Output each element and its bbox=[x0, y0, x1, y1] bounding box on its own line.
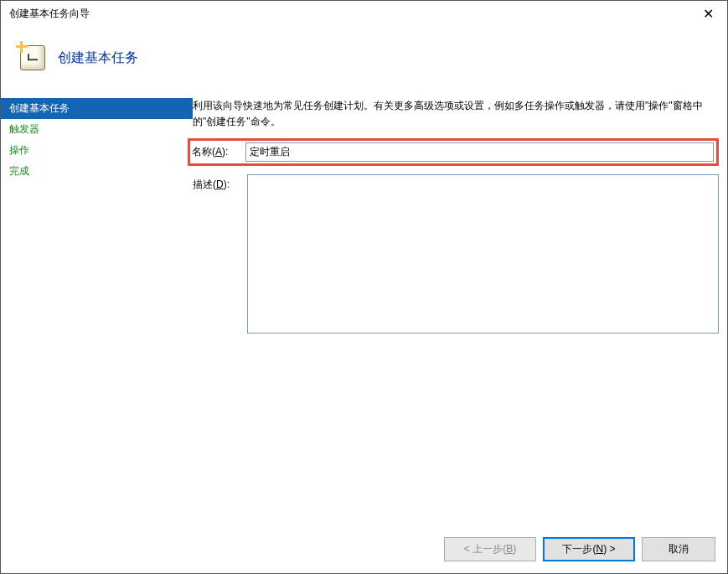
wizard-content: 创建基本任务 触发器 操作 完成 利用该向导快速地为常见任务创建计划。有关更多高… bbox=[1, 98, 727, 316]
wizard-header: 创建基本任务 bbox=[1, 26, 727, 98]
sidebar-item-trigger[interactable]: 触发器 bbox=[1, 119, 193, 140]
name-row: 名称(A): bbox=[188, 138, 719, 166]
description-row: 描述(D): bbox=[193, 174, 719, 334]
wizard-footer: < 上一步(B) 下一步(N) > 取消 bbox=[444, 537, 715, 561]
wizard-title: 创建基本任务 bbox=[58, 49, 138, 67]
description-label: 描述(D): bbox=[193, 174, 247, 192]
close-button[interactable]: ✕ bbox=[689, 1, 727, 26]
cancel-button[interactable]: 取消 bbox=[642, 537, 715, 561]
task-wizard-icon bbox=[18, 43, 48, 73]
name-input[interactable] bbox=[245, 142, 714, 162]
wizard-main: 利用该向导快速地为常见任务创建计划。有关更多高级选项或设置，例如多任务操作或触发… bbox=[193, 98, 727, 316]
name-label: 名称(A): bbox=[190, 145, 245, 159]
window-title: 创建基本任务向导 bbox=[8, 7, 90, 21]
back-button: < 上一步(B) bbox=[444, 537, 536, 561]
intro-text: 利用该向导快速地为常见任务创建计划。有关更多高级选项或设置，例如多任务操作或触发… bbox=[193, 98, 719, 130]
wizard-window: 创建基本任务向导 ✕ 创建基本任务 创建基本任务 触发器 操作 完成 利用该向导… bbox=[0, 0, 728, 574]
name-highlight-box: 名称(A): bbox=[188, 138, 719, 166]
sidebar-item-action[interactable]: 操作 bbox=[1, 140, 193, 161]
description-input[interactable] bbox=[247, 174, 719, 334]
sidebar-item-create-basic-task[interactable]: 创建基本任务 bbox=[1, 98, 193, 119]
titlebar: 创建基本任务向导 ✕ bbox=[1, 1, 727, 26]
sidebar-item-finish[interactable]: 完成 bbox=[1, 161, 193, 182]
next-button[interactable]: 下一步(N) > bbox=[543, 537, 635, 561]
wizard-steps-sidebar: 创建基本任务 触发器 操作 完成 bbox=[1, 98, 193, 316]
